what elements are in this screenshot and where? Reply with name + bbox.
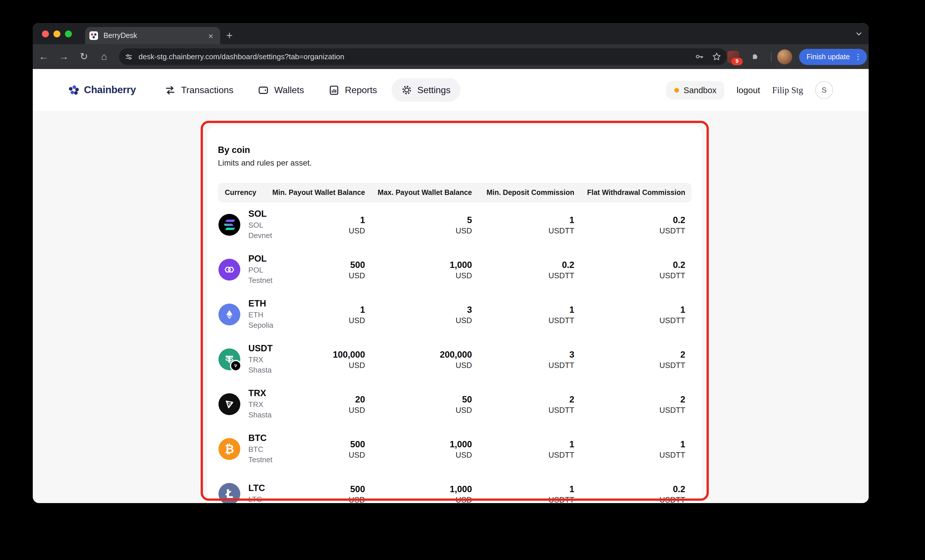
forward-button[interactable]: → [56,48,72,65]
nav-item-settings[interactable]: Settings [392,78,461,102]
flat-withdrawal-commission-cell: 2 USDTT [581,349,691,369]
max-payout-value: 50 [462,394,472,405]
flat-withdrawal-commission-value: 0.2 [673,260,685,270]
password-key-icon[interactable] [695,52,704,62]
max-payout-cell: 200,000 USD [371,349,478,369]
browser-tab[interactable]: BerryDesk × [85,27,220,44]
new-tab-button[interactable]: + [221,27,238,44]
min-payout-cell: 500 USD [264,439,371,459]
reload-button[interactable]: ↻ [76,48,92,65]
flat-withdrawal-commission-cell: 2 USDTT [581,394,691,414]
min-payout-unit: USD [349,406,365,414]
table-row: USDT TRX Shasta 100,000 USD 200,000 USD … [218,337,691,382]
flat-withdrawal-commission-cell: 0.2 USDTT [581,215,691,235]
max-payout-cell: 50 USD [371,394,478,414]
tab-search-chevron-icon[interactable] [854,29,864,39]
table-row: TRX TRX Shasta 20 USD 50 USD 2 USDTT 2 U… [218,382,691,427]
back-button[interactable]: ← [36,48,52,65]
environment-badge[interactable]: Sandbox [666,81,725,99]
max-payout-cell: 3 USD [371,304,478,325]
flat-withdrawal-commission-cell: 0.2 USDTT [581,484,691,503]
close-tab-icon[interactable]: × [206,31,215,41]
min-payout-value: 500 [350,260,365,270]
card-subtitle: Limits and rules per asset. [218,158,691,167]
logout-link[interactable]: logout [737,85,760,95]
coin-table-body: SOL SOL Devnet 1 USD 5 USD 1 USDTT 0.2 U… [218,202,691,503]
nav-item-reports[interactable]: Reports [318,78,387,102]
max-payout-value: 5 [467,215,472,225]
site-header: Chainberry Transactions Wallets [33,69,869,111]
min-deposit-commission-value: 0.2 [562,260,574,270]
toolbar-divider [771,52,771,62]
sol-coin-icon [218,214,240,236]
min-deposit-commission-cell: 1 USDTT [478,484,581,503]
zoom-window-button[interactable] [65,30,72,37]
min-deposit-commission-unit: USDTT [548,450,574,459]
min-payout-unit: USD [349,316,365,325]
browser-profile-avatar[interactable] [777,49,792,64]
flat-withdrawal-commission-value: 0.2 [673,484,685,494]
min-deposit-commission-unit: USDTT [548,226,574,235]
eth-coin-icon [218,304,240,325]
min-deposit-commission-value: 1 [569,484,574,494]
max-payout-value: 200,000 [440,349,472,360]
bookmark-star-icon[interactable] [712,52,722,62]
window-controls [42,30,72,37]
currency-cell: USDT TRX Shasta [218,342,264,376]
browser-window: BerryDesk × + ← → ↻ ⌂ desk-stg.chainberr… [33,23,869,503]
site-settings-icon[interactable] [124,52,133,61]
min-deposit-commission-unit: USDTT [548,316,574,325]
extensions-puzzle-icon[interactable] [750,51,760,63]
nav-label: Settings [417,85,451,95]
flat-withdrawal-commission-value: 1 [680,439,685,449]
max-payout-cell: 1,000 USD [371,260,478,280]
main-navigation: Transactions Wallets Reports [155,78,460,102]
max-payout-cell: 1,000 USD [371,484,478,503]
settings-gear-icon [401,84,412,95]
nav-label: Reports [345,85,377,95]
environment-label: Sandbox [684,85,717,95]
flat-withdrawal-commission-unit: USDTT [659,450,685,459]
finish-update-button[interactable]: Finish update ⋮ [799,48,867,65]
nav-item-transactions[interactable]: Transactions [155,78,243,102]
currency-cell: SOL SOL Devnet [218,208,264,241]
user-avatar[interactable]: S [815,81,833,99]
column-flat-withdrawal-commission: Flat Withdrawal Commission [581,188,691,197]
max-payout-unit: USD [456,361,472,369]
min-deposit-commission-unit: USDTT [548,495,574,503]
table-row: SOL SOL Devnet 1 USD 5 USD 1 USDTT 0.2 U… [218,202,691,247]
url-text[interactable]: desk-stg.chainberry.com/dashboard/settin… [139,52,344,61]
user-name[interactable]: Filip Stg [772,85,803,95]
max-payout-unit: USD [456,406,472,414]
min-payout-unit: USD [349,226,365,235]
by-coin-card: By coin Limits and rules per asset. Curr… [207,125,702,503]
min-payout-cell: 20 USD [264,394,371,414]
min-payout-value: 500 [350,484,365,494]
column-max-payout: Max. Payout Wallet Balance [371,188,478,197]
sandbox-dot [674,88,679,92]
min-deposit-commission-cell: 1 USDTT [478,215,581,235]
coin-chain: LTC [249,494,265,503]
flat-withdrawal-commission-cell: 1 USDTT [581,304,691,325]
min-deposit-commission-cell: 3 USDTT [478,349,581,369]
table-row: ₿ BTC BTC Testnet 500 USD 1,000 USD 1 US… [218,427,691,471]
flat-withdrawal-commission-unit: USDTT [659,271,685,280]
column-min-deposit-commission: Min. Deposit Commission [478,188,581,197]
flat-withdrawal-commission-unit: USDTT [659,316,685,325]
extension-button[interactable]: 9 [727,51,739,63]
home-button[interactable]: ⌂ [96,48,112,65]
min-deposit-commission-value: 3 [569,349,574,360]
address-bar[interactable]: desk-stg.chainberry.com/dashboard/settin… [119,48,727,65]
nav-item-wallets[interactable]: Wallets [248,78,314,102]
browser-toolbar: ← → ↻ ⌂ desk-stg.chainberry.com/dashboar… [33,44,869,69]
close-window-button[interactable] [42,30,49,37]
chainberry-logo[interactable]: Chainberry [67,84,136,96]
desktop-background: BerryDesk × + ← → ↻ ⌂ desk-stg.chainberr… [0,0,925,560]
min-payout-cell: 1 USD [264,215,371,235]
flat-withdrawal-commission-value: 2 [680,349,685,360]
minimize-window-button[interactable] [53,30,60,37]
min-deposit-commission-cell: 1 USDTT [478,439,581,459]
browser-menu-dots-icon[interactable]: ⋮ [854,52,862,61]
table-row: POL POL Testnet 500 USD 1,000 USD 0.2 US… [218,247,691,292]
nav-label: Transactions [181,85,234,95]
